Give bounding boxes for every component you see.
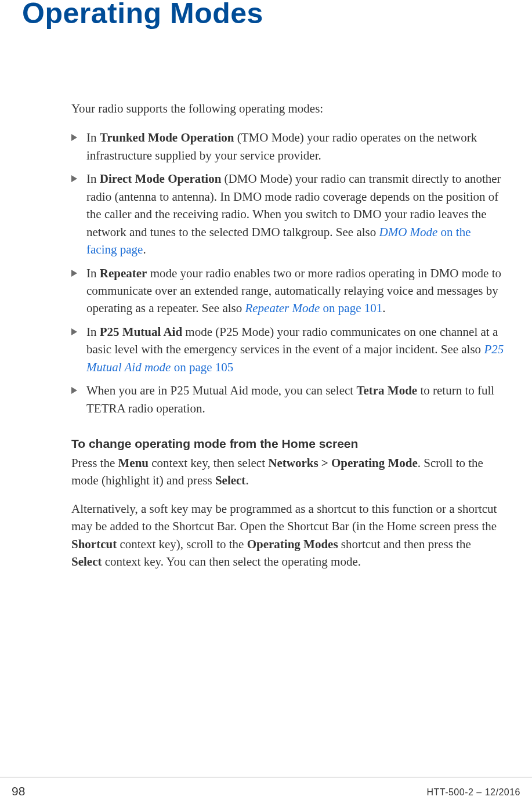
text: In [86, 172, 100, 186]
bold-text: Tetra Mode [356, 383, 417, 397]
text: context key), scroll to the [117, 537, 247, 551]
text: context key, then select [149, 456, 268, 470]
text: . [245, 473, 248, 487]
bold-text: Direct Mode Operation [100, 172, 222, 186]
change-para-2: Alternatively, a soft key may be program… [71, 500, 504, 571]
page-title: Operating Modes [22, 0, 510, 30]
text: Press the [71, 456, 118, 470]
footer: 98 HTT-500-2 – 12/2016 [0, 784, 532, 798]
bold-text: Shortcut [71, 537, 117, 551]
page-number: 98 [12, 784, 25, 798]
text: Alternatively, a soft key may be program… [71, 502, 497, 533]
intro-text: Your radio supports the following operat… [71, 100, 504, 117]
text: When you are in P25 Mutual Aid mode, you… [86, 383, 356, 397]
modes-list: In Trunked Mode Operation (TMO Mode) you… [71, 129, 504, 417]
footer-divider [0, 777, 532, 777]
list-item: When you are in P25 Mutual Aid mode, you… [71, 382, 504, 417]
list-item: In Direct Mode Operation (DMO Mode) your… [71, 170, 504, 258]
subheading-change-mode: To change operating mode from the Home s… [71, 437, 504, 451]
link-repeater-mode[interactable]: Repeater Mode on page 101 [245, 301, 382, 315]
text: . [143, 242, 146, 256]
list-item: In Repeater mode your radio enables two … [71, 265, 504, 317]
body: Your radio supports the following operat… [71, 100, 504, 571]
text: shortcut and then press the [338, 537, 471, 551]
bold-text: Menu [118, 456, 149, 470]
text: . [382, 301, 385, 315]
change-para-1: Press the Menu context key, then select … [71, 454, 504, 490]
bold-text: Select [71, 555, 102, 569]
bold-text: Operating Modes [247, 537, 338, 551]
bold-text: P25 Mutual Aid [100, 325, 182, 339]
bold-text: Networks > Operating Mode [268, 456, 418, 470]
bold-text: Trunked Mode Operation [100, 131, 234, 144]
text: In [86, 325, 100, 339]
text: In [86, 266, 100, 280]
bold-text: Select [215, 473, 245, 487]
page: Operating Modes Your radio supports the … [0, 0, 532, 808]
text: context key. You can then select the ope… [102, 555, 361, 569]
list-item: In P25 Mutual Aid mode (P25 Mode) your r… [71, 323, 504, 376]
bold-text: Repeater [100, 266, 147, 280]
list-item: In Trunked Mode Operation (TMO Mode) you… [71, 129, 504, 164]
text: In [86, 131, 100, 144]
doc-id: HTT-500-2 – 12/2016 [426, 787, 520, 798]
